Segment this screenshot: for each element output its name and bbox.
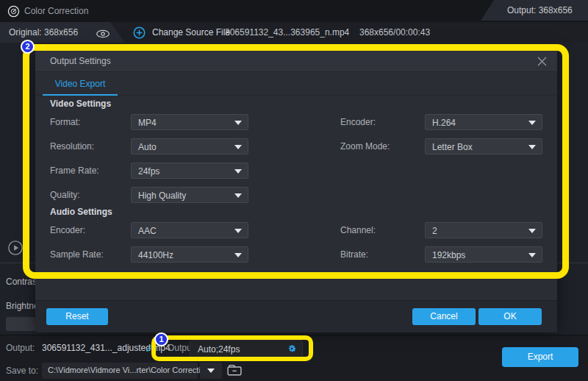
source-filename: 306591132_43...363965_n.mp4	[225, 27, 349, 38]
quality-dropdown[interactable]: High Quality	[131, 187, 248, 203]
save-path-field[interactable]: C:\Vidmore\Vidmore Vi...rter\Color Corre…	[42, 363, 198, 379]
resolution-label: Resolution:	[50, 141, 94, 152]
audio-encoder-value: AAC	[138, 226, 157, 236]
settings-gear-icon[interactable]	[287, 343, 297, 357]
encoder-dropdown[interactable]: H.264	[425, 114, 542, 130]
chevron-down-icon	[528, 229, 536, 233]
zoom-mode-dropdown[interactable]: Letter Box	[425, 138, 542, 154]
bitrate-label: Bitrate:	[340, 249, 368, 260]
output-size-label: Output: 368x656	[507, 5, 573, 15]
dialog-close-icon[interactable]	[537, 56, 547, 69]
video-preview-edge2	[386, 45, 441, 49]
brightness-label: Brightness	[6, 301, 35, 311]
app-window: Color Correction Original: 368x656 Chang…	[0, 0, 588, 381]
bitrate-dropdown[interactable]: 192kbps	[425, 246, 542, 263]
chevron-down-icon	[528, 121, 536, 125]
tab-output[interactable]: Output: 368x656	[481, 0, 588, 21]
save-to-label: Save to:	[6, 366, 38, 376]
audio-encoder-label: Encoder:	[50, 225, 85, 235]
contrast-label: Contrast	[6, 277, 35, 287]
play-icon[interactable]	[7, 240, 24, 259]
channel-label: Channel:	[340, 225, 376, 235]
encoder-value: H.264	[432, 118, 456, 128]
browse-folder-icon[interactable]	[226, 364, 243, 379]
app-logo-icon	[7, 5, 20, 21]
tab-video-export[interactable]: Video Export	[43, 72, 118, 96]
output-file-label: Output:	[6, 343, 35, 353]
chevron-down-icon	[234, 253, 242, 257]
preview-eye-icon[interactable]	[96, 28, 110, 41]
audio-settings-heading: Audio Settings	[50, 207, 112, 217]
resolution-dropdown[interactable]: Auto	[131, 138, 248, 154]
sample-rate-value: 44100Hz	[138, 250, 173, 260]
tab-original[interactable]: Original: 368x656	[0, 22, 126, 43]
chevron-down-icon	[528, 253, 536, 257]
dialog-footer: Reset Cancel OK	[35, 300, 557, 332]
resolution-value: Auto	[138, 142, 157, 152]
video-settings-heading: Video Settings	[50, 99, 111, 109]
bitrate-value: 192kbps	[432, 250, 465, 260]
frame-rate-value: 24fps	[138, 166, 159, 177]
change-source-file-button[interactable]: Change Source File	[152, 27, 230, 38]
export-button[interactable]: Export	[502, 347, 578, 367]
source-dimensions-duration: 368x656/00:00:43	[359, 27, 430, 38]
reset-button[interactable]: Reset	[46, 308, 108, 325]
dialog-title: Output Settings	[50, 56, 111, 66]
format-dropdown[interactable]: MP4	[131, 114, 248, 130]
frame-rate-label: Frame Rate:	[50, 165, 99, 176]
adjustment-value-box[interactable]	[6, 317, 35, 331]
chevron-down-icon	[528, 145, 536, 149]
bottom-bar: Output: 306591132_431..._adjusted.mp4 Ou…	[0, 335, 588, 381]
output-profile-value: Auto;24fps	[198, 344, 240, 355]
chevron-down-icon	[234, 193, 242, 198]
dialog-header: Output Settings	[35, 50, 557, 72]
save-path-dropdown-button[interactable]	[200, 363, 222, 379]
original-size-label: Original: 368x656	[9, 27, 78, 38]
output-settings-dialog: Output Settings Video Export Video Setti…	[35, 50, 557, 332]
chevron-down-icon	[234, 229, 242, 233]
save-path-value: C:\Vidmore\Vidmore Vi...rter\Color Corre…	[48, 366, 209, 374]
video-preview-edge	[93, 45, 201, 49]
dialog-tab-bar: Video Export	[35, 72, 557, 96]
cancel-button[interactable]: Cancel	[412, 308, 476, 325]
chevron-down-icon	[207, 368, 215, 373]
add-file-plus-icon[interactable]	[133, 26, 146, 42]
window-title: Color Correction	[24, 6, 88, 16]
chevron-down-icon	[234, 121, 242, 125]
format-value: MP4	[138, 118, 157, 128]
zoom-mode-value: Letter Box	[432, 142, 473, 152]
zoom-mode-label: Zoom Mode:	[340, 141, 390, 152]
quality-label: Quality:	[50, 190, 80, 200]
chevron-down-icon	[234, 145, 242, 149]
sample-rate-label: Sample Rate:	[50, 249, 104, 260]
quality-value: High Quality	[138, 190, 186, 201]
frame-rate-dropdown[interactable]: 24fps	[131, 163, 248, 179]
channel-value: 2	[432, 226, 437, 236]
format-label: Format:	[50, 117, 80, 127]
encoder-label: Encoder:	[340, 117, 376, 127]
chevron-down-icon	[234, 169, 242, 174]
channel-dropdown[interactable]: 2	[425, 222, 542, 238]
audio-encoder-dropdown[interactable]: AAC	[131, 222, 248, 238]
sample-rate-dropdown[interactable]: 44100Hz	[131, 246, 248, 263]
rename-pencil-icon[interactable]	[146, 342, 155, 355]
output-profile-field[interactable]: Auto;24fps	[190, 340, 303, 357]
ok-button[interactable]: OK	[478, 308, 542, 325]
